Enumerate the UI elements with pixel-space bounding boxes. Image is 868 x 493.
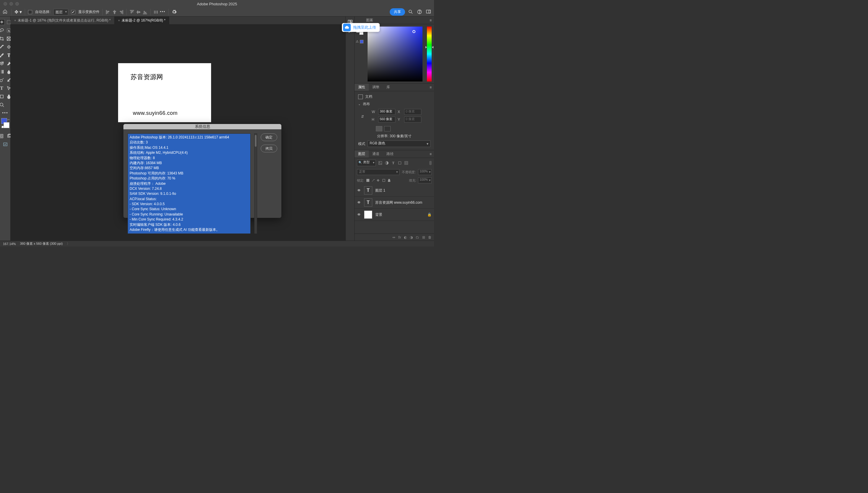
filter-adjust-icon[interactable] [385,161,389,165]
height-input[interactable]: 560 像素 [378,116,395,123]
zoom-tool[interactable] [0,102,4,107]
eyedropper-tool[interactable] [0,44,4,49]
dodge-tool[interactable] [0,77,4,83]
layer-name[interactable]: 苏音资源网 www.suyin66.com [375,200,422,205]
lock-transparency-icon[interactable] [366,178,370,182]
filter-image-icon[interactable] [378,161,382,165]
document-tab[interactable]: × 未标题-1 @ 187% (拖到文件夹或者直接点击运行, RGB/8) * [10,17,114,24]
filter-toggle[interactable] [429,161,432,165]
align-top-icon[interactable] [130,10,134,15]
channels-tab[interactable]: 通道 [369,150,383,158]
adjustments-tab[interactable]: 调整 [369,84,383,91]
link-layers-icon[interactable]: ⇔ [392,235,395,239]
layer-filter-dropdown[interactable]: 类型 [357,160,376,166]
workspace-icon[interactable] [426,9,432,15]
collapse-caret-icon[interactable]: ⌄ [358,103,361,106]
panel-menu-icon[interactable]: ≡ [427,18,434,22]
swap-colors-icon[interactable]: ⤺ [7,118,10,121]
blend-mode-dropdown[interactable]: 正常 [357,169,399,175]
document-dimensions[interactable]: 380 像素 x 560 像素 (300 ppi) [20,241,63,246]
layer-thumbnail[interactable]: T [364,186,372,195]
filter-smart-icon[interactable] [404,161,408,165]
panel-menu-icon[interactable]: ≡ [427,85,434,89]
filter-shape-icon[interactable] [398,161,402,165]
move-tool[interactable]: ✥ [0,20,4,25]
default-colors-icon[interactable] [1,125,4,128]
visibility-toggle-icon[interactable]: 👁 [357,213,361,217]
properties-tab[interactable]: 属性 [354,84,369,91]
minimize-window-button[interactable] [9,2,13,6]
layer-mask-icon[interactable]: ◐ [404,235,407,239]
layers-tab[interactable]: 图层 [354,150,369,158]
layer-item[interactable]: 👁 T 图层 1 [354,185,434,197]
gradient-tool[interactable] [0,69,4,74]
move-tool-icon[interactable]: ✥ ▾ [15,9,22,15]
orientation-landscape-button[interactable] [384,126,391,131]
color-swatches[interactable]: ⤺ [0,118,10,128]
ok-button[interactable]: 确定 [261,133,277,141]
color-mode-dropdown[interactable]: RGB 颜色 [368,141,431,147]
delete-layer-icon[interactable]: 🗑 [428,235,432,239]
close-window-button[interactable] [3,2,7,6]
align-left-icon[interactable] [106,10,110,15]
lock-icon[interactable]: 🔒 [427,213,432,217]
gamut-color-swatch[interactable] [360,40,364,43]
maximize-window-button[interactable] [15,2,19,6]
layer-name[interactable]: 图层 1 [375,188,385,193]
orientation-portrait-button[interactable] [376,126,382,131]
system-info-textarea[interactable]: Adobe Photoshop 版本: 26.1.0 20241113.r.12… [128,133,251,234]
extra-tool-icon[interactable] [3,142,8,147]
help-icon[interactable] [417,9,423,15]
type-tool[interactable]: T [0,86,4,91]
close-tab-icon[interactable]: × [118,19,120,22]
lock-artboard-icon[interactable] [382,178,386,182]
visibility-toggle-icon[interactable]: 👁 [357,200,361,205]
crop-tool[interactable] [0,36,4,41]
x-input[interactable]: 0 像素 [404,109,421,115]
home-icon[interactable] [2,9,8,15]
auto-select-target-dropdown[interactable]: 图层 [53,9,68,15]
scrollbar[interactable] [254,133,257,234]
color-field[interactable] [368,26,422,82]
status-caret-icon[interactable]: 〉 [67,241,70,246]
share-button[interactable]: 共享 [390,8,405,16]
lock-all-icon[interactable] [387,178,391,182]
align-center-v-icon[interactable] [136,10,141,15]
paths-tab[interactable]: 路径 [383,150,397,158]
visibility-toggle-icon[interactable]: 👁 [357,188,361,192]
libraries-tab[interactable]: 库 [383,84,394,91]
y-input[interactable]: 0 像素 [404,116,421,123]
shape-tool[interactable] [0,94,4,99]
panel-menu-icon[interactable]: ≡ [427,152,434,156]
opacity-input[interactable]: 100% [418,169,432,175]
show-transform-checkbox[interactable]: ✔ [71,10,75,14]
align-center-h-icon[interactable] [112,10,117,15]
gamut-warning-icon[interactable]: ⚠ [356,40,359,43]
fill-input[interactable]: 100% [418,177,432,183]
more-options-icon[interactable]: ••• [160,10,166,15]
quickmask-icon[interactable] [0,133,4,139]
layer-item[interactable]: 👁 T 苏音资源网 www.suyin66.com [354,197,434,209]
edit-toolbar-icon[interactable]: ••• [2,110,8,115]
new-layer-icon[interactable]: ⊞ [422,235,425,239]
lock-pixels-icon[interactable] [371,178,375,182]
adjustment-layer-icon[interactable]: ◑ [410,235,413,239]
layer-fx-icon[interactable]: fx [398,235,401,239]
upload-hint-pill[interactable]: 拖拽至此上传 [342,23,380,32]
history-brush-tool[interactable] [0,61,4,66]
document-tab[interactable]: × 未标题-2 @ 167%(RGB/8) * [114,17,170,24]
auto-select-checkbox[interactable] [28,10,32,14]
gear-icon[interactable] [172,9,177,15]
align-bottom-icon[interactable] [143,10,147,15]
link-dimensions-icon[interactable]: ⇵ [361,114,364,119]
width-input[interactable]: 380 像素 [378,109,395,115]
copy-button[interactable]: 拷贝 [261,145,277,152]
layer-thumbnail[interactable]: T [364,198,372,207]
group-icon[interactable]: 🗀 [416,235,419,239]
layer-thumbnail[interactable] [364,211,372,219]
brush-tool[interactable] [0,52,4,58]
filter-type-icon[interactable]: T [391,161,395,165]
canvas[interactable]: 苏音资源网 www.suyin66.com [118,63,211,122]
background-color[interactable] [3,122,9,128]
align-right-icon[interactable] [119,10,124,15]
